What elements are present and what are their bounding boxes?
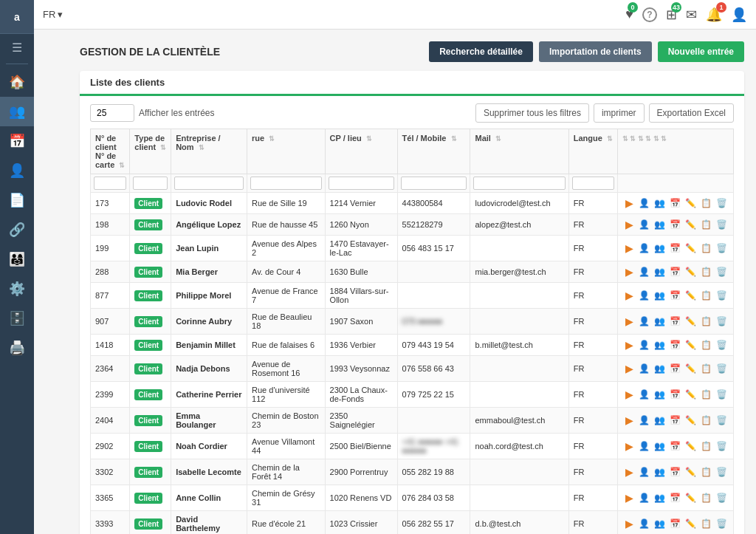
sidebar-item-print[interactable]: 🖨️ bbox=[0, 333, 34, 363]
action-arrow-icon[interactable]: ▶ bbox=[622, 338, 636, 352]
action-user-add-icon[interactable]: 👤 bbox=[638, 388, 651, 401]
action-group-icon[interactable]: 👥 bbox=[653, 465, 667, 479]
col-header-mail[interactable]: Mail ⇅ bbox=[470, 129, 568, 174]
action-user-add-icon[interactable]: 👤 bbox=[638, 465, 651, 479]
action-delete-icon[interactable]: 🗑️ bbox=[715, 289, 729, 302]
action-delete-icon[interactable]: 🗑️ bbox=[715, 362, 729, 375]
action-arrow-icon[interactable]: ▶ bbox=[622, 491, 636, 504]
action-edit-icon[interactable]: ✏️ bbox=[684, 362, 698, 375]
action-group-icon[interactable]: 👥 bbox=[653, 414, 667, 427]
action-calendar-icon[interactable]: 📅 bbox=[669, 362, 682, 375]
action-edit-icon[interactable]: ✏️ bbox=[684, 517, 698, 530]
action-edit-icon[interactable]: ✏️ bbox=[684, 196, 698, 210]
action-group-icon[interactable]: 👥 bbox=[653, 388, 667, 401]
action-arrow-icon[interactable]: ▶ bbox=[622, 465, 636, 479]
action-arrow-icon[interactable]: ▶ bbox=[622, 414, 636, 427]
filter-type[interactable] bbox=[133, 177, 168, 190]
action-copy-icon[interactable]: 📋 bbox=[700, 196, 713, 210]
action-delete-icon[interactable]: 🗑️ bbox=[715, 315, 729, 328]
action-copy-icon[interactable]: 📋 bbox=[700, 265, 713, 278]
mail-icon-btn[interactable]: ✉ bbox=[686, 7, 697, 23]
action-user-add-icon[interactable]: 👤 bbox=[638, 414, 651, 427]
action-arrow-icon[interactable]: ▶ bbox=[622, 242, 636, 255]
action-copy-icon[interactable]: 📋 bbox=[700, 439, 713, 453]
action-group-icon[interactable]: 👥 bbox=[653, 338, 667, 352]
action-copy-icon[interactable]: 📋 bbox=[700, 465, 713, 479]
action-delete-icon[interactable]: 🗑️ bbox=[715, 465, 729, 479]
action-copy-icon[interactable]: 📋 bbox=[700, 218, 713, 231]
detailed-search-button[interactable]: Recherche détaillée bbox=[429, 41, 533, 62]
action-copy-icon[interactable]: 📋 bbox=[700, 388, 713, 401]
action-user-add-icon[interactable]: 👤 bbox=[638, 265, 651, 278]
action-edit-icon[interactable]: ✏️ bbox=[684, 439, 698, 453]
sidebar-item-network[interactable]: 🔗 bbox=[0, 215, 34, 244]
action-user-add-icon[interactable]: 👤 bbox=[638, 338, 651, 352]
action-copy-icon[interactable]: 📋 bbox=[700, 491, 713, 504]
action-edit-icon[interactable]: ✏️ bbox=[684, 242, 698, 255]
action-edit-icon[interactable]: ✏️ bbox=[684, 338, 698, 352]
action-delete-icon[interactable]: 🗑️ bbox=[715, 338, 729, 352]
heart-icon-btn[interactable]: ♥ 0 bbox=[625, 7, 633, 22]
action-user-add-icon[interactable]: 👤 bbox=[638, 362, 651, 375]
action-copy-icon[interactable]: 📋 bbox=[700, 338, 713, 352]
action-group-icon[interactable]: 👥 bbox=[653, 265, 667, 278]
action-group-icon[interactable]: 👥 bbox=[653, 196, 667, 210]
action-edit-icon[interactable]: ✏️ bbox=[684, 465, 698, 479]
col-header-lang[interactable]: Langue ⇅ bbox=[568, 129, 617, 174]
action-group-icon[interactable]: 👥 bbox=[653, 517, 667, 530]
export-excel-button[interactable]: Exportation Excel bbox=[649, 103, 734, 123]
action-edit-icon[interactable]: ✏️ bbox=[684, 265, 698, 278]
action-copy-icon[interactable]: 📋 bbox=[700, 315, 713, 328]
action-user-add-icon[interactable]: 👤 bbox=[638, 196, 651, 210]
action-delete-icon[interactable]: 🗑️ bbox=[715, 414, 729, 427]
new-entry-button[interactable]: Nouvelle entrée bbox=[658, 41, 744, 62]
action-edit-icon[interactable]: ✏️ bbox=[684, 218, 698, 231]
col-header-street[interactable]: rue ⇅ bbox=[247, 129, 326, 174]
action-arrow-icon[interactable]: ▶ bbox=[622, 517, 636, 530]
action-arrow-icon[interactable]: ▶ bbox=[622, 439, 636, 453]
action-group-icon[interactable]: 👥 bbox=[653, 218, 667, 231]
action-arrow-icon[interactable]: ▶ bbox=[622, 265, 636, 278]
action-user-add-icon[interactable]: 👤 bbox=[638, 517, 651, 530]
action-user-add-icon[interactable]: 👤 bbox=[638, 242, 651, 255]
sidebar-item-person[interactable]: 👤 bbox=[0, 156, 34, 185]
col-header-id[interactable]: N° declientN° decarte ⇅ bbox=[91, 129, 130, 174]
action-calendar-icon[interactable]: 📅 bbox=[669, 289, 682, 302]
action-copy-icon[interactable]: 📋 bbox=[700, 517, 713, 530]
action-copy-icon[interactable]: 📋 bbox=[700, 362, 713, 375]
action-user-add-icon[interactable]: 👤 bbox=[638, 315, 651, 328]
action-calendar-icon[interactable]: 📅 bbox=[669, 196, 682, 210]
action-edit-icon[interactable]: ✏️ bbox=[684, 414, 698, 427]
action-arrow-icon[interactable]: ▶ bbox=[622, 362, 636, 375]
action-user-add-icon[interactable]: 👤 bbox=[638, 218, 651, 231]
action-calendar-icon[interactable]: 📅 bbox=[669, 465, 682, 479]
action-arrow-icon[interactable]: ▶ bbox=[622, 315, 636, 328]
col-header-cp[interactable]: CP / lieu ⇅ bbox=[325, 129, 397, 174]
action-calendar-icon[interactable]: 📅 bbox=[669, 338, 682, 352]
action-edit-icon[interactable]: ✏️ bbox=[684, 491, 698, 504]
action-delete-icon[interactable]: 🗑️ bbox=[715, 218, 729, 231]
user-settings-icon-btn[interactable]: 👤 bbox=[731, 7, 747, 23]
sidebar-item-calendar[interactable]: 📅 bbox=[0, 126, 34, 156]
filter-street[interactable] bbox=[250, 177, 322, 190]
action-user-add-icon[interactable]: 👤 bbox=[638, 289, 651, 302]
action-group-icon[interactable]: 👥 bbox=[653, 289, 667, 302]
action-group-icon[interactable]: 👥 bbox=[653, 362, 667, 375]
action-group-icon[interactable]: 👥 bbox=[653, 315, 667, 328]
sidebar-item-database[interactable]: 🗄️ bbox=[0, 304, 34, 333]
filter-tel[interactable] bbox=[401, 177, 467, 190]
action-delete-icon[interactable]: 🗑️ bbox=[715, 439, 729, 453]
action-delete-icon[interactable]: 🗑️ bbox=[715, 517, 729, 530]
action-group-icon[interactable]: 👥 bbox=[653, 439, 667, 453]
action-calendar-icon[interactable]: 📅 bbox=[669, 414, 682, 427]
action-arrow-icon[interactable]: ▶ bbox=[622, 218, 636, 231]
action-arrow-icon[interactable]: ▶ bbox=[622, 388, 636, 401]
filter-mail[interactable] bbox=[473, 177, 565, 190]
action-edit-icon[interactable]: ✏️ bbox=[684, 315, 698, 328]
import-clients-button[interactable]: Importation de clients bbox=[539, 41, 652, 62]
action-delete-icon[interactable]: 🗑️ bbox=[715, 196, 729, 210]
action-delete-icon[interactable]: 🗑️ bbox=[715, 242, 729, 255]
filter-id[interactable] bbox=[94, 177, 126, 190]
col-header-type[interactable]: Type declient ⇅ bbox=[130, 129, 171, 174]
filter-cp[interactable] bbox=[329, 177, 394, 190]
